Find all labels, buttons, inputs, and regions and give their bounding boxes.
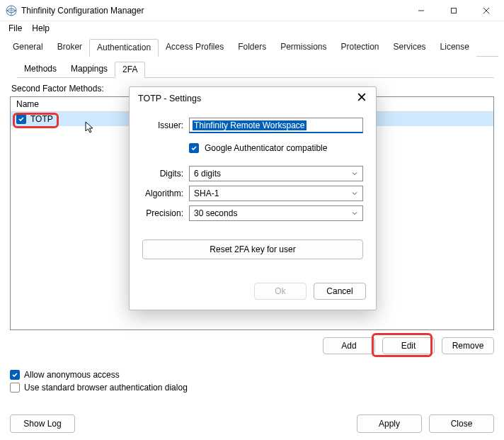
label-digits: Digits: <box>142 169 183 179</box>
tab-broker[interactable]: Broker <box>50 39 89 57</box>
precision-combo[interactable]: 30 seconds <box>189 205 363 221</box>
menu-bar: File Help <box>0 21 504 35</box>
label-google-compat: Google Authenticator compatible <box>205 143 327 153</box>
window-title: Thinfinity Configuration Manager <box>21 6 405 16</box>
close-button[interactable] <box>470 0 503 21</box>
close-app-button[interactable]: Close <box>429 414 494 433</box>
digits-combo[interactable]: 6 digits <box>189 166 363 181</box>
subtab-methods[interactable]: Methods <box>17 62 64 78</box>
dialog-close-button[interactable] <box>355 91 369 105</box>
issuer-input[interactable]: Thinfinity Remote Workspace <box>189 118 363 133</box>
menu-file[interactable]: File <box>4 22 26 35</box>
label-algorithm: Algorithm: <box>142 188 183 198</box>
minimize-button[interactable] <box>405 0 437 21</box>
menu-help[interactable]: Help <box>28 22 54 35</box>
tab-authentication[interactable]: Authentication <box>89 39 159 57</box>
tab-permissions[interactable]: Permissions <box>273 39 333 57</box>
reset-2fa-button[interactable]: Reset 2FA key for user <box>142 239 363 259</box>
digits-value: 6 digits <box>194 169 221 179</box>
ok-button[interactable]: Ok <box>254 283 307 300</box>
dialog-title: TOTP - Settings <box>138 94 355 103</box>
tab-general[interactable]: General <box>6 39 50 57</box>
auth-subtabs: Methods Mappings 2FA <box>17 61 494 78</box>
algorithm-combo[interactable]: SHA-1 <box>189 186 363 201</box>
precision-value: 30 seconds <box>194 208 237 218</box>
label-std-browser: Use standard browser authentication dial… <box>24 383 188 393</box>
chevron-down-icon <box>351 190 358 197</box>
cancel-button[interactable]: Cancel <box>314 283 366 300</box>
close-icon <box>357 93 366 101</box>
apply-button[interactable]: Apply <box>357 414 422 433</box>
show-log-button[interactable]: Show Log <box>10 414 75 433</box>
tab-folders[interactable]: Folders <box>231 39 273 57</box>
chevron-down-icon <box>351 170 358 177</box>
title-bar: Thinfinity Configuration Manager <box>0 0 504 21</box>
tab-license[interactable]: License <box>433 39 476 57</box>
checkbox-google-compat[interactable] <box>189 143 199 153</box>
label-issuer: Issuer: <box>142 120 183 130</box>
subtab-2fa[interactable]: 2FA <box>115 62 145 78</box>
totp-settings-dialog: TOTP - Settings Issuer: Thinfinity Remot… <box>129 86 377 310</box>
main-tabs: General Broker Authentication Access Pro… <box>6 38 498 57</box>
subtab-mappings[interactable]: Mappings <box>64 62 115 78</box>
app-icon <box>6 5 17 16</box>
checkbox-std-browser[interactable] <box>10 383 20 393</box>
svg-rect-1 <box>452 8 457 13</box>
chevron-down-icon <box>351 210 358 217</box>
remove-button[interactable]: Remove <box>442 337 494 354</box>
checkbox-anon[interactable] <box>10 370 20 380</box>
issuer-value: Thinfinity Remote Workspace <box>193 120 307 130</box>
algorithm-value: SHA-1 <box>194 188 219 198</box>
tab-access-profiles[interactable]: Access Profiles <box>159 39 231 57</box>
highlight-totp <box>13 113 59 128</box>
label-precision: Precision: <box>142 208 183 218</box>
tab-protection[interactable]: Protection <box>334 39 386 57</box>
tab-services[interactable]: Services <box>386 39 433 57</box>
label-anon: Allow anonymous access <box>24 370 120 380</box>
highlight-edit <box>372 333 433 357</box>
maximize-button[interactable] <box>437 0 470 21</box>
add-button[interactable]: Add <box>323 337 375 354</box>
